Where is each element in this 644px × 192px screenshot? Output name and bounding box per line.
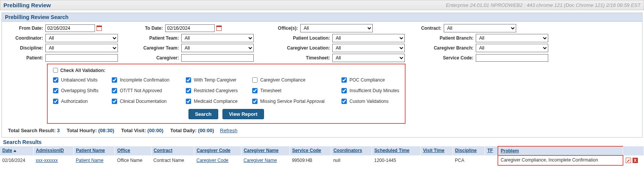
cell-contract: Contract Name (151, 155, 194, 165)
cell-patient-name[interactable]: Patient Name (76, 158, 104, 163)
patient-branch-label: Patient Branch: (420, 35, 473, 41)
cell-tf (485, 155, 498, 165)
service-code-label: Service Code: (420, 55, 473, 61)
col-contract[interactable]: Contract (151, 146, 194, 155)
filters: From Date: To Date: Office(s): All Contr… (2, 22, 642, 137)
total-daily-label: Total Daily: (170, 128, 196, 133)
col-actions (623, 146, 644, 155)
results-header-row: Date AdmissionID Patient Name Office Con… (0, 146, 644, 155)
to-date-label: To Date: (117, 26, 163, 31)
chk-overlapping-shifts[interactable] (53, 88, 58, 93)
service-code-input[interactable] (476, 54, 548, 62)
caregiver-location-label: Caregiver Location: (269, 45, 330, 51)
patient-location-label: Patient Location: (269, 35, 330, 41)
total-search-value: 3 (57, 128, 60, 133)
lbl-insufficient-duty-minutes: Insufficient Duty Minutes (349, 88, 399, 93)
timesheet-label: Timesheet: (269, 55, 330, 61)
lbl-caregiver-compliance: Caregiver Compliance (260, 77, 306, 83)
check-all-label: Check All Validation: (60, 68, 105, 73)
col-patient-name[interactable]: Patient Name (74, 146, 115, 155)
col-admission-id[interactable]: AdmissionID (34, 146, 74, 155)
results-table: Date AdmissionID Patient Name Office Con… (0, 146, 644, 166)
chk-custom-validations[interactable] (341, 99, 347, 104)
offices-label: Office(s): (237, 26, 298, 31)
col-service-code[interactable]: Service Code (290, 146, 331, 155)
lbl-ot-tt-not-approved: OT/TT Not Approved (120, 88, 162, 93)
patient-input[interactable] (45, 54, 118, 62)
col-visit-time[interactable]: Visit Time (420, 146, 452, 155)
patient-branch-select[interactable]: All (476, 34, 548, 42)
col-tf[interactable]: TF (485, 146, 498, 155)
col-coordinators[interactable]: Coordinators (331, 146, 372, 155)
offices-select[interactable]: All (300, 24, 373, 32)
chk-unbalanced-visits[interactable] (53, 77, 58, 83)
cell-caregiver-code[interactable]: Caregiver Code (196, 158, 229, 163)
col-scheduled-time[interactable]: Scheduled Time (372, 146, 420, 155)
contract-label: Contract: (388, 26, 441, 31)
edit-icon[interactable] (626, 158, 631, 163)
lbl-authorization: Authorization (61, 99, 88, 104)
caregiver-branch-select[interactable]: All (476, 44, 548, 52)
caregiver-branch-label: Caregiver Branch: (420, 45, 473, 51)
chk-ot-tt-not-approved[interactable] (112, 88, 117, 93)
col-office[interactable]: Office (115, 146, 151, 155)
chk-timesheet[interactable] (252, 88, 258, 93)
lbl-overlapping-shifts: Overlapping Shifts (61, 88, 98, 93)
col-caregiver-name[interactable]: Caregiver Name (241, 146, 290, 155)
chk-medicaid-compliance[interactable] (186, 99, 191, 104)
chk-insufficient-duty-minutes[interactable] (341, 88, 347, 93)
calendar-icon[interactable] (216, 26, 222, 31)
cell-scheduled-time: 1200-1445 (372, 155, 420, 165)
patient-team-select[interactable]: All (181, 34, 254, 42)
env-info: Enterprise 24.01.01 NPRODWEB2 : 443 chro… (446, 2, 641, 8)
chk-poc-compliance[interactable] (341, 77, 347, 83)
col-date[interactable]: Date (0, 146, 34, 155)
lbl-medicaid-compliance: Medicaid Compliance (194, 99, 238, 104)
search-panel: Prebilling Review Search From Date: To D… (2, 13, 642, 138)
contract-select[interactable]: All (444, 24, 516, 32)
total-daily-value: (00:00) (198, 128, 214, 133)
timesheet-select[interactable]: All (332, 54, 405, 62)
search-button[interactable]: Search (188, 109, 218, 119)
to-date-input[interactable] (165, 24, 215, 32)
discipline-label: Discipline: (5, 45, 43, 51)
chk-authorization[interactable] (53, 99, 58, 104)
from-date-input[interactable] (45, 24, 95, 32)
chk-caregiver-compliance[interactable] (252, 77, 258, 83)
summary-row: Total Search Result: 3 Total Hourly: (08… (5, 125, 639, 136)
calendar-icon[interactable] (97, 26, 102, 31)
chk-with-temp-caregiver[interactable] (186, 77, 191, 83)
total-search-label: Total Search Result: (8, 128, 56, 133)
cell-discipline: PCA (452, 155, 485, 165)
view-report-button[interactable]: View Report (222, 109, 264, 119)
total-visit-value: (00:00) (147, 128, 163, 133)
caregiver-team-select[interactable]: All (181, 44, 254, 52)
col-caregiver-code[interactable]: Caregiver Code (194, 146, 242, 155)
check-all-validation[interactable] (53, 68, 58, 73)
cell-date: 02/16/2024 (0, 155, 34, 165)
close-icon[interactable]: X (633, 158, 638, 163)
cell-actions: X (623, 155, 644, 165)
chk-incomplete-confirmation[interactable] (112, 77, 117, 83)
chk-clinical-documentation[interactable] (112, 99, 117, 104)
refresh-link[interactable]: Refresh (220, 128, 238, 133)
col-discipline[interactable]: Discipline (452, 146, 485, 155)
cell-visit-time (420, 155, 452, 165)
coordinator-select[interactable]: All (45, 34, 118, 42)
results-title: Search Results (0, 138, 644, 146)
validation-box: Check All Validation: Unbalanced Visits … (47, 64, 406, 124)
cell-admission-id[interactable]: xxx-xxxxxx (36, 158, 58, 163)
patient-location-select[interactable]: All (332, 34, 405, 42)
caregiver-location-select[interactable]: All (332, 44, 405, 52)
cell-service-code: 99509:HB (290, 155, 331, 165)
lbl-clinical-documentation: Clinical Documentation (120, 99, 167, 104)
lbl-restricted-caregivers: Restricted Caregivers (194, 88, 238, 93)
chk-missing-service-portal-approval[interactable] (252, 99, 258, 104)
col-problem[interactable]: Problem (498, 146, 623, 155)
patient-label: Patient: (5, 55, 43, 61)
discipline-select[interactable]: All (45, 44, 118, 52)
chk-restricted-caregivers[interactable] (186, 88, 191, 93)
total-hourly-value: (08:30) (98, 128, 114, 133)
cell-caregiver-name[interactable]: Caregiver Name (243, 158, 277, 163)
caregiver-input[interactable] (181, 54, 254, 62)
